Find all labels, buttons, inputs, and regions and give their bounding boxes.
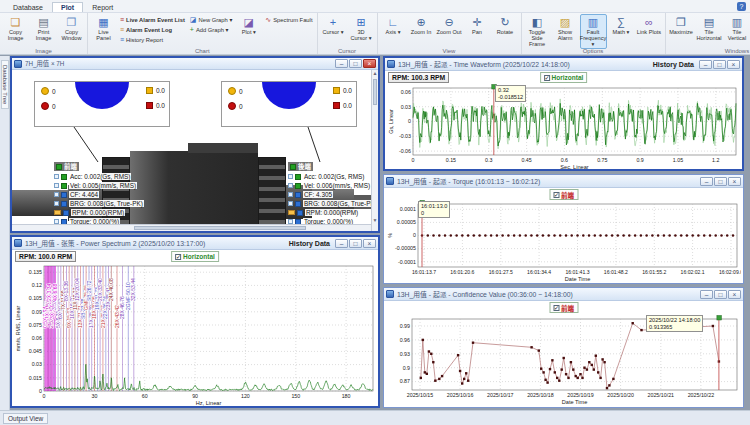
close-icon[interactable]: × bbox=[363, 239, 376, 248]
ribbon-alarm-event-log-button[interactable]: ≡Alarm Event Log bbox=[118, 25, 187, 34]
ribbon-link-plots-button[interactable]: ∞Link Plots bbox=[636, 14, 663, 37]
panel-title-bar[interactable]: 13H_用值 - 起派 - Confidence Value (00:36:00… bbox=[384, 288, 743, 301]
checkbox-icon[interactable] bbox=[54, 183, 59, 188]
ribbon-tab-report[interactable]: Report bbox=[83, 2, 122, 12]
ribbon-pan-button[interactable]: ✛Pan bbox=[464, 14, 491, 37]
panel-title-bar[interactable]: 13H_用值 - 起派 - Time Waveform (2025/10/22 … bbox=[385, 58, 742, 71]
minimize-icon[interactable]: – bbox=[699, 60, 712, 69]
status-square-icon bbox=[290, 164, 296, 170]
svg-text:Date Time: Date Time bbox=[565, 276, 591, 282]
sensor-row[interactable]: Acc: 0.002(Gs, RMS) bbox=[288, 172, 376, 181]
svg-text:mm/s, RMS, Linear: mm/s, RMS, Linear bbox=[15, 306, 21, 352]
maximize-icon[interactable]: □ bbox=[714, 290, 727, 299]
minimize-icon[interactable]: – bbox=[700, 290, 713, 299]
close-icon[interactable]: × bbox=[728, 290, 741, 299]
ribbon-axis-button[interactable]: ∟Axis ▾ bbox=[380, 14, 407, 37]
sensor-row[interactable]: RPM: 0.000(RPM) bbox=[54, 208, 144, 217]
ribbon-zoom-in-button[interactable]: ⊕Zoom In bbox=[408, 14, 435, 37]
sensor-row[interactable]: RPM: 0.000(RPM) bbox=[288, 208, 376, 217]
checkbox-icon[interactable] bbox=[288, 183, 293, 188]
checkbox-icon[interactable] bbox=[54, 192, 59, 197]
ribbon-add-graph-button[interactable]: +Add Graph ▾ bbox=[188, 25, 234, 34]
ribbon-math-button[interactable]: ∑Math ▾ bbox=[608, 14, 635, 37]
vertical-scrollbar[interactable]: ▲ ▼ bbox=[371, 70, 378, 231]
svg-text:0.45: 0.45 bbox=[521, 157, 531, 163]
close-icon[interactable]: × bbox=[728, 177, 741, 186]
checkbox-icon[interactable] bbox=[54, 201, 59, 206]
maximize-icon[interactable]: □ bbox=[714, 177, 727, 186]
ribbon-new-graph-button[interactable]: ◪New Graph ▾ bbox=[188, 15, 234, 24]
ribbon-rotate-button[interactable]: ↻Rotate bbox=[492, 14, 519, 37]
ribbon-show-alarm-button[interactable]: ▨Show Alarm bbox=[552, 14, 579, 43]
ribbon-maximize-button[interactable]: ❐Maximize bbox=[668, 14, 695, 37]
checkbox-icon[interactable] bbox=[54, 174, 59, 179]
ribbon-3d-cursor-button[interactable]: ⊞3D Cursor ▾ bbox=[348, 14, 375, 43]
checkbox-icon[interactable] bbox=[288, 192, 293, 197]
ribbon-tile-horizontal-button[interactable]: ▤Tile Horizontal bbox=[696, 14, 723, 43]
checkbox-label: Horizontal bbox=[552, 74, 584, 81]
ribbon-live-alarm-event-list-button[interactable]: ≡Live Alarm Event List bbox=[118, 15, 187, 24]
ribbon-fault-frequency-button[interactable]: ▥Fault Frequency ▾ bbox=[580, 14, 607, 49]
checkbox-icon[interactable]: ✓ bbox=[553, 192, 559, 198]
checkbox-icon[interactable]: ✓ bbox=[175, 254, 181, 260]
alarm-value: 0.0 bbox=[156, 102, 165, 109]
maximize-icon[interactable]: □ bbox=[349, 59, 362, 68]
horizontal-checkbox[interactable]: ✓ Horizontal bbox=[171, 251, 219, 262]
maximize-icon[interactable]: □ bbox=[713, 60, 726, 69]
svg-text:0: 0 bbox=[413, 232, 416, 238]
close-icon[interactable]: × bbox=[363, 59, 376, 68]
channel-checkbox[interactable]: ✓ 前端 bbox=[549, 302, 578, 313]
sensor-row[interactable]: Acc: 0.002(Gs, RMS) bbox=[54, 172, 144, 181]
ribbon-history-report-button[interactable]: ≡History Report bbox=[118, 35, 187, 44]
panel-title-bar[interactable]: 13H_用值 - 张策 - Power Spectrum 2 (2025/10/… bbox=[12, 237, 378, 250]
sensor-value: Vel: 0.006(mm/s, RMS) bbox=[303, 182, 371, 189]
toggle-side-frame-icon: ◧ bbox=[532, 16, 542, 28]
sensor-row[interactable]: CF: 4.464 bbox=[54, 190, 144, 199]
close-icon[interactable]: × bbox=[727, 60, 740, 69]
checkbox-icon[interactable] bbox=[288, 201, 293, 206]
ribbon-toggle-side-frame-button[interactable]: ◧Toggle Side Frame bbox=[524, 14, 551, 49]
scrollbar-thumb[interactable] bbox=[373, 79, 377, 105]
checkbox-icon[interactable]: ✓ bbox=[544, 75, 550, 81]
sensor-row[interactable]: BRG: 0.008(Gs, True-PK) bbox=[54, 199, 144, 208]
ribbon-tab-database[interactable]: Database bbox=[4, 2, 52, 12]
help-icon[interactable]: ? bbox=[737, 2, 746, 11]
ribbon-print-image-button[interactable]: ▤Print Image bbox=[30, 14, 57, 43]
minimize-icon[interactable]: – bbox=[335, 59, 348, 68]
status-square-icon bbox=[63, 210, 69, 216]
channel-checkbox[interactable]: ✓ 前端 bbox=[549, 189, 578, 200]
ribbon-zoom-out-button[interactable]: ⊖Zoom Out bbox=[436, 14, 463, 37]
minimize-icon[interactable]: – bbox=[335, 239, 348, 248]
checkbox-icon[interactable]: ✓ bbox=[553, 305, 559, 311]
panel-title-bar[interactable]: 7H_用值 × 7H – □ × bbox=[12, 58, 378, 70]
scroll-down-icon[interactable]: ▼ bbox=[372, 217, 378, 224]
plot-icon: ◪ bbox=[244, 16, 254, 28]
ribbon-tile-vertical-button[interactable]: ▥Tile Vertical bbox=[724, 14, 750, 43]
maximize-icon[interactable]: □ bbox=[349, 239, 362, 248]
time-waveform-chart[interactable]: -0.06-0.0300.030.0600.150.30.450.60.750.… bbox=[387, 84, 740, 170]
scroll-up-icon[interactable]: ▲ bbox=[372, 70, 378, 77]
ribbon-copy-window-button[interactable]: ❐Copy Window bbox=[58, 14, 85, 43]
sidebar-item-database-tree[interactable]: Database Tree bbox=[1, 60, 9, 109]
output-view-tab[interactable]: Output View bbox=[3, 413, 48, 424]
machine-diagram[interactable]: 0 0 0.0 0.0 0 0 0.0 0.0 bbox=[12, 70, 378, 231]
panel-title-bar[interactable]: 13H_用值 - 起派 - Torque (16:01:13 ~ 16:02:1… bbox=[384, 175, 743, 188]
svg-text:0.99: 0.99 bbox=[400, 323, 410, 329]
checkbox-icon[interactable] bbox=[288, 174, 293, 179]
ribbon-tab-plot[interactable]: Plot bbox=[52, 2, 83, 12]
sensor-row[interactable]: BRG: 0.008(Gs, True-PK bbox=[288, 199, 376, 208]
power-spectrum-chart[interactable]: 00.0150.030.0450.060.0750.090.1050.120.1… bbox=[14, 263, 376, 406]
sensor-row[interactable]: CF: 4.305 bbox=[288, 190, 376, 199]
ribbon-spectrum-fault-button[interactable]: ∿Spectrum Fault bbox=[263, 15, 314, 24]
ribbon-copy-image-button[interactable]: ❏Copy Image bbox=[2, 14, 29, 43]
scrollbar-thumb[interactable] bbox=[134, 226, 306, 230]
minimize-icon[interactable]: – bbox=[700, 177, 713, 186]
sensor-row[interactable]: Vel: 0.006(mm/s, RMS) bbox=[288, 181, 376, 190]
ribbon-live-panel-button[interactable]: ▦Live Panel bbox=[90, 14, 117, 43]
svg-text:0.015: 0.015 bbox=[29, 375, 42, 381]
horizontal-checkbox[interactable]: ✓ Horizontal bbox=[540, 72, 588, 83]
ribbon-cursor-button[interactable]: +Cursor ▾ bbox=[320, 14, 347, 37]
sensor-row[interactable]: Vel: 0.005(mm/s, RMS) bbox=[54, 181, 144, 190]
ribbon-plot-button[interactable]: ◪Plot ▾ bbox=[235, 14, 262, 37]
horizontal-scrollbar[interactable] bbox=[12, 224, 371, 231]
